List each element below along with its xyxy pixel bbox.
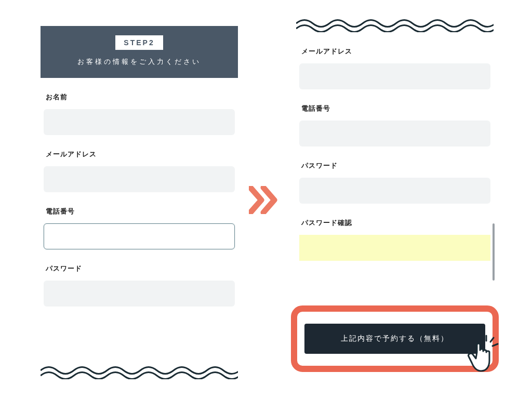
phone-input-left[interactable] xyxy=(44,223,235,249)
form-group-password-left: パスワード xyxy=(41,264,238,307)
password-label-right: パスワード xyxy=(299,161,490,170)
step-banner: STEP2 お客様の情報をご入力ください xyxy=(41,26,238,78)
step-badge: STEP2 xyxy=(115,35,163,50)
password-label-left: パスワード xyxy=(44,264,235,273)
left-form-panel: STEP2 お客様の情報をご入力ください お名前 メールアドレス 電話番号 パス… xyxy=(41,26,238,307)
email-label-left: メールアドレス xyxy=(44,150,235,159)
password-input-right[interactable] xyxy=(299,178,490,204)
form-group-name: お名前 xyxy=(41,92,238,135)
phone-input-right[interactable] xyxy=(299,121,490,147)
email-input-right[interactable] xyxy=(299,63,490,89)
form-group-password-confirm: パスワード確認 xyxy=(296,218,494,261)
form-group-phone-left: 電話番号 xyxy=(41,207,238,249)
name-label: お名前 xyxy=(44,92,235,102)
phone-label-left: 電話番号 xyxy=(44,207,235,216)
form-group-password-right: パスワード xyxy=(296,161,494,204)
password-confirm-label: パスワード確認 xyxy=(299,218,490,228)
form-group-email-left: メールアドレス xyxy=(41,150,238,192)
form-group-email-right: メールアドレス xyxy=(296,47,494,89)
name-input[interactable] xyxy=(44,109,235,135)
email-label-right: メールアドレス xyxy=(299,47,490,56)
form-group-phone-right: 電話番号 xyxy=(296,104,494,147)
right-form-panel: メールアドレス 電話番号 パスワード パスワード確認 xyxy=(296,34,494,261)
step-subtitle: お客様の情報をご入力ください xyxy=(51,57,228,66)
pointer-hand-icon xyxy=(461,335,503,376)
svg-line-2 xyxy=(493,344,498,346)
wavy-divider-right-top xyxy=(296,19,494,32)
password-confirm-input[interactable] xyxy=(299,235,490,261)
arrow-chevrons-icon xyxy=(249,186,280,214)
svg-line-1 xyxy=(490,338,494,342)
password-input-left[interactable] xyxy=(44,281,235,307)
wavy-divider-left-bottom xyxy=(41,366,238,379)
submit-reservation-button[interactable]: 上記内容で予約する（無料） xyxy=(304,324,485,354)
phone-label-right: 電話番号 xyxy=(299,104,490,113)
scrollbar-thumb[interactable] xyxy=(493,223,495,281)
email-input-left[interactable] xyxy=(44,166,235,192)
